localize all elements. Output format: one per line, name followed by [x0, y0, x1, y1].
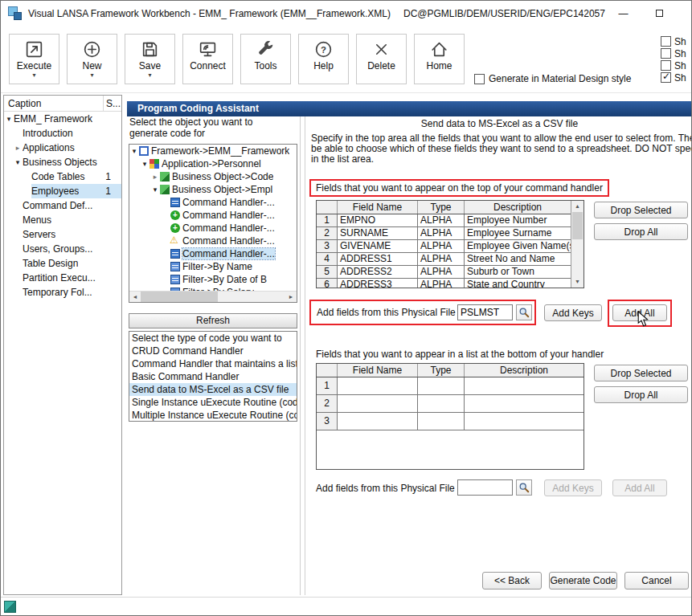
physical-file-input-bottom[interactable] — [457, 479, 513, 496]
object-tree-item[interactable]: Command Handler-... — [129, 209, 297, 222]
tree-expander-icon[interactable] — [140, 157, 149, 170]
object-tree-item[interactable]: Filter->By Name — [129, 260, 297, 273]
status-column-header[interactable]: S... — [104, 96, 121, 111]
description-cell: Employee Surname — [465, 227, 571, 239]
drop-all-button-bottom[interactable]: Drop All — [594, 386, 688, 403]
caption-column-header[interactable]: Caption — [4, 96, 104, 111]
add-keys-button-top[interactable]: Add Keys — [544, 304, 602, 321]
code-type-option[interactable]: CRUD Command Handler — [129, 345, 297, 357]
help-button[interactable]: ? Help — [298, 34, 349, 84]
scroll-right-icon[interactable]: ► — [285, 292, 297, 302]
tools-button[interactable]: Tools — [240, 34, 291, 84]
search-file-button-bottom[interactable] — [516, 479, 532, 496]
table-row[interactable]: 1 — [317, 377, 583, 395]
sidebar-tree-item[interactable]: Employees 1 — [4, 184, 121, 198]
tree-expander-icon[interactable] — [150, 183, 160, 196]
sidebar-tree-item[interactable]: Users, Groups... — [4, 242, 121, 256]
code-type-option[interactable]: Command Handler that maintains a list — [129, 357, 297, 370]
execute-button[interactable]: Execute ▾ — [9, 34, 59, 84]
sidebar-tree-item[interactable]: Partition Execu... — [4, 271, 121, 285]
code-type-option[interactable]: Basic Command Handler — [129, 370, 297, 383]
scroll-up-icon[interactable]: ▲ — [571, 201, 583, 212]
type-header: Type — [418, 201, 465, 214]
checkbox-icon[interactable] — [474, 74, 485, 84]
object-tree-item[interactable]: Command Handler-... — [129, 235, 297, 247]
show-option-row[interactable]: Sh — [661, 35, 686, 47]
scrollbar-thumb[interactable] — [572, 212, 583, 239]
close-button[interactable]: × — [678, 1, 692, 26]
table-row[interactable]: 2 — [317, 395, 583, 413]
drop-all-button-top[interactable]: Drop All — [594, 223, 688, 240]
generate-code-button[interactable]: Generate Code — [549, 572, 617, 589]
connect-button[interactable]: Connect — [182, 34, 233, 84]
tree-item-label: Employees — [31, 186, 79, 197]
tree-expander-icon[interactable] — [13, 155, 23, 169]
checkbox-icon[interactable] — [661, 36, 671, 47]
drop-selected-button-top[interactable]: Drop Selected — [594, 202, 688, 218]
scrollbar-thumb[interactable] — [141, 292, 218, 302]
table-row[interactable]: 4 ADDRESS1 ALPHA Street No and Name — [317, 253, 571, 266]
show-option-row[interactable]: Sh — [661, 47, 686, 59]
tree-expander-icon[interactable] — [4, 112, 14, 126]
field-name-cell — [338, 377, 418, 394]
object-tree-item[interactable]: Command Handler-... — [129, 247, 297, 260]
physical-file-input-top[interactable] — [457, 304, 513, 320]
sidebar-tree-item[interactable]: Servers — [4, 227, 121, 242]
table-row[interactable]: 1 EMPNO ALPHA Employee Number — [317, 214, 571, 227]
scroll-left-icon[interactable]: ◄ — [129, 292, 141, 302]
back-button[interactable]: << Back — [482, 572, 542, 589]
new-button[interactable]: New ▾ — [67, 34, 117, 84]
code-type-option[interactable]: Send data to MS-Excel as a CSV file — [129, 383, 297, 396]
object-tree-item[interactable]: Filter->By Date of B — [129, 273, 297, 286]
sidebar-tree-item[interactable]: Table Design — [4, 256, 121, 271]
sidebar-tree-item[interactable]: EMM_ Framework — [4, 112, 121, 126]
sidebar-tree-item[interactable]: Business Objects — [4, 155, 121, 169]
sidebar-tree-item[interactable]: Command Def... — [4, 198, 121, 213]
table-row[interactable]: 6 ADDRESS3 ALPHA State and Country — [317, 279, 571, 288]
type-cell: ALPHA — [418, 253, 465, 265]
refresh-button[interactable]: Refresh — [129, 313, 297, 328]
drop-selected-button-bottom[interactable]: Drop Selected — [594, 365, 688, 381]
maximize-button[interactable] — [641, 1, 678, 26]
add-all-button-top[interactable]: Add All — [612, 304, 667, 321]
home-button[interactable]: Home — [414, 34, 465, 84]
table-row[interactable]: 2 SURNAME ALPHA Employee Surname — [317, 227, 571, 240]
object-tree-item[interactable]: Command Handler-... — [129, 196, 297, 209]
sidebar-tree-item[interactable]: Applications — [4, 141, 121, 155]
tree-expander-icon[interactable] — [150, 170, 160, 183]
table-row[interactable]: 5 ADDRESS2 ALPHA Suburb or Town — [317, 266, 571, 279]
table-row[interactable]: 3 GIVENAME ALPHA Employee Given Name(s) — [317, 240, 571, 253]
search-file-button-top[interactable] — [516, 304, 532, 320]
object-tree-item[interactable]: Command Handler-... — [129, 222, 297, 235]
material-design-checkbox[interactable]: Generate in Material Design style — [474, 73, 631, 84]
help-icon: ? — [313, 39, 334, 59]
add-all-button-bottom[interactable]: Add All — [612, 479, 667, 496]
tree-expander-icon[interactable] — [13, 141, 23, 155]
description-cell — [465, 377, 583, 394]
delete-button[interactable]: Delete — [356, 34, 407, 84]
show-option-row[interactable]: Sh — [661, 71, 686, 84]
table-row[interactable]: 3 — [317, 413, 583, 430]
cancel-button[interactable]: Cancel — [624, 572, 689, 589]
tree-expander-icon[interactable] — [129, 145, 139, 157]
code-type-option[interactable]: Multiple Instance uExecute Routine (co..… — [129, 409, 297, 422]
add-keys-button-bottom[interactable]: Add Keys — [544, 479, 602, 496]
save-button[interactable]: Save ▾ — [125, 34, 175, 84]
code-type-option[interactable]: Single Instance uExecute Routine (cod... — [129, 396, 297, 409]
checkbox-icon[interactable] — [661, 72, 671, 83]
object-tree-item[interactable]: Business Object->Code — [129, 170, 297, 183]
checkbox-icon[interactable] — [661, 48, 671, 59]
sidebar-tree-item[interactable]: Menus — [4, 213, 121, 227]
object-tree-item[interactable]: Business Object->Empl — [129, 183, 297, 196]
object-tree-item[interactable]: Framework->EMM__Framework — [129, 145, 297, 157]
sidebar-tree-item[interactable]: Introduction — [4, 126, 121, 141]
object-tree-item[interactable]: Application->Personnel — [129, 157, 297, 170]
pane-splitter[interactable] — [300, 116, 305, 595]
object-item-label: Business Object->Code — [172, 171, 273, 182]
checkbox-icon[interactable] — [661, 60, 671, 71]
minimize-button[interactable]: — — [605, 1, 641, 26]
sidebar-tree-item[interactable]: Code Tables 1 — [4, 169, 121, 184]
scroll-down-icon[interactable]: ▼ — [571, 276, 583, 288]
show-option-row[interactable]: Sh — [661, 59, 686, 71]
sidebar-tree-item[interactable]: Temporary Fol... — [4, 285, 121, 300]
